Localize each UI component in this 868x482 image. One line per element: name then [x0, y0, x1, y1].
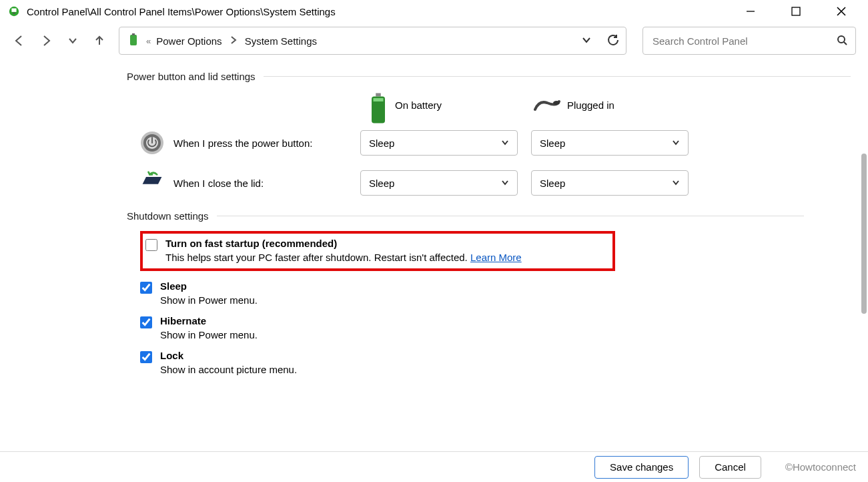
- footer: Save changes Cancel ©Howtoconnect: [0, 451, 868, 482]
- close-button[interactable]: [827, 1, 856, 21]
- power-options-category-icon: [126, 33, 141, 48]
- chevron-right-icon[interactable]: [228, 35, 240, 46]
- select-value: Sleep: [540, 138, 565, 149]
- row-label: When I press the power button:: [173, 138, 360, 149]
- battery-icon: [368, 91, 388, 118]
- button-label: Save changes: [610, 461, 673, 473]
- option-description: Show in Power menu.: [160, 329, 258, 340]
- navigation-row: « Power Options System Settings: [0, 23, 868, 59]
- search-box[interactable]: [642, 27, 856, 55]
- cancel-button[interactable]: Cancel: [699, 456, 761, 479]
- option-lock: Lock Show in account picture menu.: [140, 350, 868, 375]
- select-value: Sleep: [369, 138, 394, 149]
- address-bar[interactable]: « Power Options System Settings: [119, 27, 626, 55]
- titlebar: Control Panel\All Control Panel Items\Po…: [0, 0, 868, 23]
- lock-checkbox[interactable]: [140, 351, 152, 363]
- option-description: This helps start your PC faster after sh…: [165, 252, 522, 263]
- svg-rect-3: [792, 7, 800, 15]
- option-title: Lock: [160, 350, 297, 361]
- power-button-battery-select[interactable]: Sleep: [360, 130, 518, 156]
- plug-icon: [534, 97, 560, 112]
- back-button[interactable]: [12, 33, 27, 48]
- up-button[interactable]: [92, 33, 107, 48]
- minimize-button[interactable]: [736, 1, 765, 21]
- annotation-highlight-box: Turn on fast startup (recommended) This …: [140, 231, 615, 271]
- address-part-power-options[interactable]: Power Options: [156, 35, 222, 47]
- section-header-shutdown: Shutdown settings: [127, 210, 868, 222]
- svg-rect-4: [130, 35, 137, 45]
- option-desc-text: This helps start your PC faster after sh…: [165, 252, 470, 263]
- address-dropdown-button[interactable]: [582, 35, 591, 47]
- control-panel-icon: [8, 5, 20, 17]
- laptop-lid-icon: [140, 171, 164, 195]
- window-controls: [736, 1, 864, 21]
- section-title: Shutdown settings: [127, 210, 209, 222]
- svg-rect-1: [11, 9, 16, 12]
- option-hibernate: Hibernate Show in Power menu.: [140, 315, 868, 340]
- svg-point-6: [838, 36, 845, 43]
- svg-rect-9: [374, 98, 384, 101]
- select-value: Sleep: [369, 178, 394, 189]
- option-title: Turn on fast startup (recommended): [165, 238, 522, 249]
- scrollbar-thumb[interactable]: [861, 154, 867, 314]
- svg-point-10: [553, 101, 560, 105]
- sleep-checkbox[interactable]: [140, 282, 152, 294]
- section-title: Power button and lid settings: [127, 71, 256, 82]
- column-headers: On battery Plugged in: [127, 91, 868, 118]
- watermark: ©Howtoconnect: [785, 461, 856, 473]
- lid-battery-select[interactable]: Sleep: [360, 170, 518, 196]
- search-input[interactable]: [651, 35, 837, 47]
- learn-more-link[interactable]: Learn More: [470, 252, 522, 263]
- shutdown-settings-list: Turn on fast startup (recommended) This …: [127, 231, 868, 375]
- nav-arrows: [12, 33, 107, 48]
- row-close-lid: When I close the lid: Sleep Sleep: [127, 170, 868, 196]
- row-power-button: When I press the power button: Sleep Sle…: [127, 130, 868, 156]
- section-header-power-lid: Power button and lid settings: [127, 71, 868, 82]
- svg-rect-7: [376, 93, 381, 97]
- button-label: Cancel: [715, 461, 746, 473]
- option-description: Show in Power menu.: [160, 294, 258, 306]
- svg-rect-5: [132, 33, 135, 35]
- chevron-down-icon: [672, 139, 680, 147]
- address-prefix-marker: «: [146, 36, 151, 46]
- section-rule: [217, 216, 804, 216]
- section-rule: [264, 76, 851, 77]
- chevron-down-icon: [501, 139, 509, 147]
- option-fast-startup: Turn on fast startup (recommended) This …: [145, 238, 606, 263]
- chevron-down-icon: [501, 179, 509, 187]
- column-label: Plugged in: [567, 99, 614, 111]
- column-on-battery: On battery: [368, 91, 534, 118]
- lid-plugged-select[interactable]: Sleep: [531, 170, 689, 196]
- column-plugged-in: Plugged in: [534, 97, 699, 112]
- forward-button[interactable]: [39, 33, 53, 48]
- option-title: Sleep: [160, 280, 258, 292]
- column-label: On battery: [395, 99, 442, 111]
- option-description: Show in account picture menu.: [160, 364, 297, 375]
- recent-dropdown-button[interactable]: [65, 33, 80, 48]
- power-button-plugged-select[interactable]: Sleep: [531, 130, 689, 156]
- option-sleep: Sleep Show in Power menu.: [140, 280, 868, 306]
- window-title: Control Panel\All Control Panel Items\Po…: [27, 6, 736, 17]
- hibernate-checkbox[interactable]: [140, 316, 152, 328]
- chevron-down-icon: [672, 179, 680, 187]
- option-title: Hibernate: [160, 315, 258, 326]
- row-label: When I close the lid:: [173, 178, 360, 189]
- power-button-icon: [140, 131, 164, 155]
- refresh-button[interactable]: [607, 34, 619, 48]
- fast-startup-checkbox[interactable]: [145, 239, 157, 251]
- content-area: Power button and lid settings On battery…: [0, 59, 868, 375]
- svg-rect-2: [13, 13, 15, 14]
- select-value: Sleep: [540, 178, 565, 189]
- address-part-system-settings[interactable]: System Settings: [245, 35, 317, 47]
- search-icon[interactable]: [837, 35, 847, 47]
- save-changes-button[interactable]: Save changes: [594, 456, 689, 479]
- maximize-button[interactable]: [781, 1, 811, 21]
